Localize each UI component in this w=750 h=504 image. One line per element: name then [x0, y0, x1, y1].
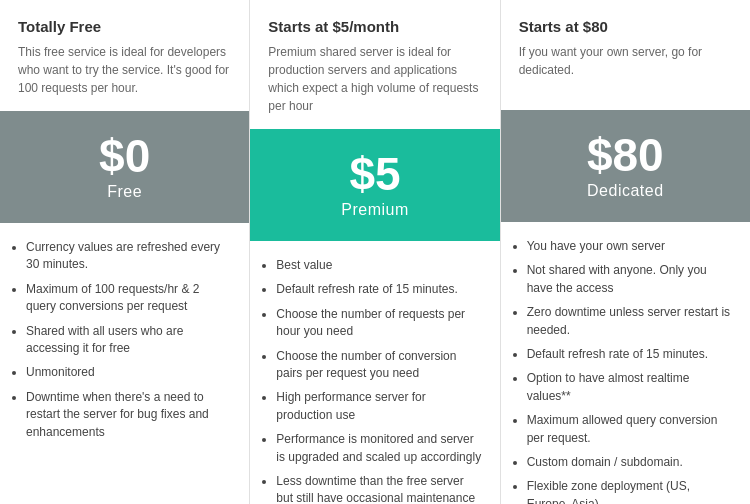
plan-desc-dedicated: If you want your own server, go for dedi…: [519, 43, 732, 79]
plan-features-dedicated: You have your own serverNot shared with …: [501, 222, 750, 504]
feature-item: Zero downtime unless server restart is n…: [527, 304, 732, 339]
plan-price-premium: $5: [260, 151, 489, 197]
feature-item: Best value: [276, 257, 481, 274]
feature-item: Option to have almost realtime values**: [527, 370, 732, 405]
feature-item: Flexible zone deployment (US, Europe, As…: [527, 478, 732, 504]
plan-features-free: Currency values are refreshed every 30 m…: [0, 223, 249, 504]
feature-item: Maximum allowed query conversion per req…: [527, 412, 732, 447]
plan-title-free: Totally Free: [18, 18, 231, 35]
feature-item: Shared with all users who are accessing …: [26, 323, 231, 358]
plan-feature-list-free: Currency values are refreshed every 30 m…: [10, 239, 231, 441]
plan-name-free: Free: [10, 183, 239, 201]
plan-header-dedicated: Starts at $80If you want your own server…: [501, 0, 750, 110]
feature-item: Maximum of 100 requests/hr & 2 query con…: [26, 281, 231, 316]
feature-item: You have your own server: [527, 238, 732, 255]
plan-name-dedicated: Dedicated: [511, 182, 740, 200]
plan-title-dedicated: Starts at $80: [519, 18, 732, 35]
plan-price-box-dedicated: $80Dedicated: [501, 110, 750, 222]
feature-item: Unmonitored: [26, 364, 231, 381]
feature-item: High performance server for production u…: [276, 389, 481, 424]
feature-item: Currency values are refreshed every 30 m…: [26, 239, 231, 274]
feature-item: Choose the number of conversion pairs pe…: [276, 348, 481, 383]
plan-price-box-free: $0Free: [0, 111, 249, 223]
plan-feature-list-dedicated: You have your own serverNot shared with …: [511, 238, 732, 504]
plan-desc-free: This free service is ideal for developer…: [18, 43, 231, 97]
plan-price-box-premium: $5Premium: [250, 129, 499, 241]
plan-col-dedicated: Starts at $80If you want your own server…: [501, 0, 750, 504]
plan-header-free: Totally FreeThis free service is ideal f…: [0, 0, 249, 111]
feature-item: Choose the number of requests per hour y…: [276, 306, 481, 341]
plan-feature-list-premium: Best valueDefault refresh rate of 15 min…: [260, 257, 481, 504]
feature-item: Not shared with anyone. Only you have th…: [527, 262, 732, 297]
plan-price-free: $0: [10, 133, 239, 179]
feature-item: Default refresh rate of 15 minutes.: [276, 281, 481, 298]
plan-title-premium: Starts at $5/month: [268, 18, 481, 35]
feature-item: Downtime when there's a need to restart …: [26, 389, 231, 441]
plan-price-dedicated: $80: [511, 132, 740, 178]
feature-item: Less downtime than the free server but s…: [276, 473, 481, 504]
plan-header-premium: Starts at $5/monthPremium shared server …: [250, 0, 499, 129]
pricing-table: Totally FreeThis free service is ideal f…: [0, 0, 750, 504]
plan-desc-premium: Premium shared server is ideal for produ…: [268, 43, 481, 115]
feature-item: Performance is monitored and server is u…: [276, 431, 481, 466]
plan-col-premium: Starts at $5/monthPremium shared server …: [250, 0, 500, 504]
feature-item: Default refresh rate of 15 minutes.: [527, 346, 732, 363]
plan-name-premium: Premium: [260, 201, 489, 219]
plan-features-premium: Best valueDefault refresh rate of 15 min…: [250, 241, 499, 504]
plan-col-free: Totally FreeThis free service is ideal f…: [0, 0, 250, 504]
feature-item: Custom domain / subdomain.: [527, 454, 732, 471]
